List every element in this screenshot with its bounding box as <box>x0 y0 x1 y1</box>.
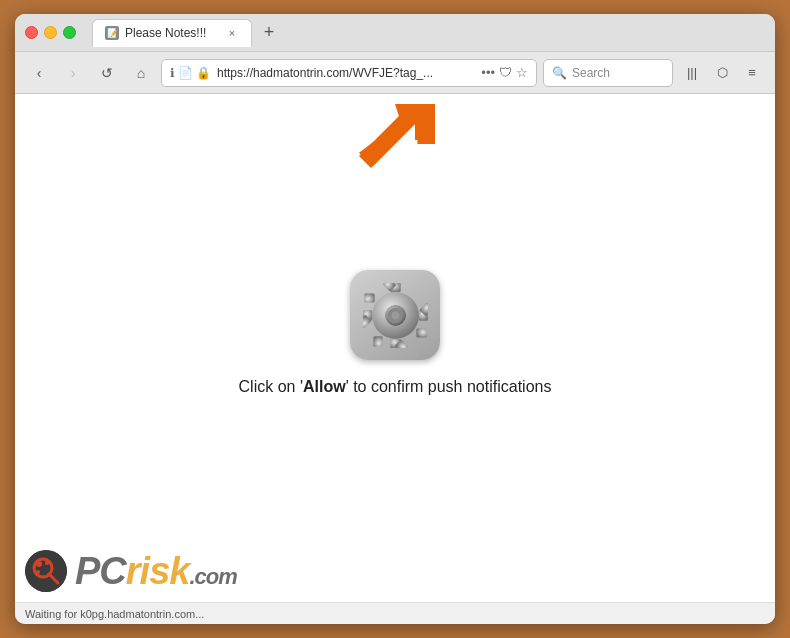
svg-point-16 <box>391 311 399 319</box>
svg-rect-9 <box>373 336 382 346</box>
bookmark-icon[interactable]: ☆ <box>516 65 528 80</box>
tab-label: Please Notes!!! <box>125 26 206 40</box>
more-button[interactable]: ••• <box>481 65 495 80</box>
url-text: https://hadmatontrin.com/WVFJE?tag_... <box>217 66 475 80</box>
pcrisk-text-label: PCrisk.com <box>75 552 237 590</box>
notification-text: Click on 'Allow' to confirm push notific… <box>239 378 552 396</box>
bookmarks-button[interactable]: ||| <box>679 60 705 86</box>
orange-arrow <box>355 104 435 184</box>
svg-rect-7 <box>416 328 426 337</box>
svg-point-20 <box>36 561 42 567</box>
lock-icon: 🔒 <box>196 66 211 80</box>
tab-favicon: 📝 <box>105 26 119 40</box>
tab-close-button[interactable]: × <box>225 26 239 40</box>
search-icon: 🔍 <box>552 66 567 80</box>
pcrisk-logo <box>25 550 67 592</box>
center-content: Click on 'Allow' to confirm push notific… <box>239 270 552 396</box>
tab-area: 📝 Please Notes!!! × + <box>92 19 765 47</box>
maximize-button[interactable] <box>63 26 76 39</box>
reader-icon: 📄 <box>178 66 193 80</box>
minimize-button[interactable] <box>44 26 57 39</box>
toolbar-right: ||| ⬡ ≡ <box>679 60 765 86</box>
svg-point-21 <box>45 561 49 565</box>
address-bar[interactable]: ℹ 📄 🔒 https://hadmatontrin.com/WVFJE?tag… <box>161 59 537 87</box>
forward-button[interactable]: › <box>59 59 87 87</box>
sync-button[interactable]: ⬡ <box>709 60 735 86</box>
svg-point-22 <box>36 570 40 574</box>
nav-bar: ‹ › ↺ ⌂ ℹ 📄 🔒 https://hadmatontrin.com/W… <box>15 52 775 94</box>
page-content: Click on 'Allow' to confirm push notific… <box>15 94 775 602</box>
browser-window: 📝 Please Notes!!! × + ‹ › ↺ ⌂ ℹ 📄 🔒 http… <box>15 14 775 624</box>
active-tab[interactable]: 📝 Please Notes!!! × <box>92 19 252 47</box>
reload-button[interactable]: ↺ <box>93 59 121 87</box>
address-security-icons: ℹ 📄 🔒 <box>170 66 211 80</box>
status-text: Waiting for k0pg.hadmatontrin.com... <box>25 608 204 620</box>
svg-rect-11 <box>364 293 374 302</box>
pcrisk-watermark: PCrisk.com <box>25 550 237 592</box>
search-box[interactable]: 🔍 Search <box>543 59 673 87</box>
address-actions: ••• 🛡 ☆ <box>481 65 528 80</box>
info-icon: ℹ <box>170 66 175 80</box>
title-bar: 📝 Please Notes!!! × + <box>15 14 775 52</box>
pocket-icon[interactable]: 🛡 <box>499 65 512 80</box>
status-bar: Waiting for k0pg.hadmatontrin.com... <box>15 602 775 624</box>
svg-marker-1 <box>359 104 435 166</box>
new-tab-button[interactable]: + <box>256 20 282 46</box>
close-button[interactable] <box>25 26 38 39</box>
menu-button[interactable]: ≡ <box>739 60 765 86</box>
traffic-lights <box>25 26 76 39</box>
settings-icon <box>350 270 440 360</box>
svg-point-17 <box>25 550 67 592</box>
home-button[interactable]: ⌂ <box>127 59 155 87</box>
back-button[interactable]: ‹ <box>25 59 53 87</box>
search-placeholder: Search <box>572 66 610 80</box>
